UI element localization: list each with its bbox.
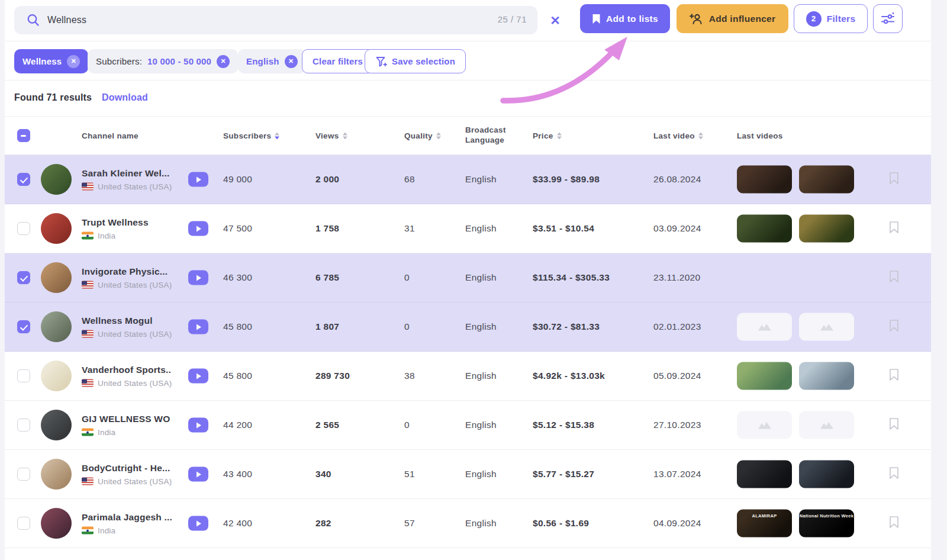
thumbs-cell: ALAMIRAPNational Nutrition Week xyxy=(737,510,854,538)
youtube-play-button[interactable] xyxy=(188,418,208,433)
channel-country: United States (USA) xyxy=(82,330,186,339)
quality-cell: 0 xyxy=(404,272,410,283)
video-thumbnail[interactable] xyxy=(799,166,854,194)
channel-name[interactable]: Parimala Jaggesh ... xyxy=(82,512,186,523)
add-person-icon xyxy=(690,13,704,25)
clear-search-icon[interactable]: ✕ xyxy=(546,11,565,30)
select-all-checkbox[interactable] xyxy=(17,129,30,142)
views-cell: 2 000 xyxy=(315,174,339,185)
add-influencer-label: Add influencer xyxy=(709,14,776,24)
youtube-play-button[interactable] xyxy=(188,221,208,236)
table-row[interactable]: Vanderhoof Sports.. United States (USA) … xyxy=(5,352,931,401)
remove-chip-icon[interactable]: ✕ xyxy=(67,55,80,68)
table-header: Channel name Subscribers Views Quality B… xyxy=(5,117,931,155)
channel-avatar[interactable] xyxy=(41,508,72,539)
video-thumbnail[interactable] xyxy=(737,215,792,243)
add-influencer-button[interactable]: Add influencer xyxy=(677,4,788,33)
channel-name[interactable]: Trupt Wellness xyxy=(82,217,186,228)
channel-avatar[interactable] xyxy=(41,164,72,195)
video-thumbnail[interactable] xyxy=(799,362,854,390)
channel-name[interactable]: Invigorate Physic... xyxy=(82,266,186,277)
youtube-play-button[interactable] xyxy=(188,467,208,482)
thumbnail-placeholder-icon xyxy=(799,411,854,439)
subscribers-cell: 42 400 xyxy=(223,518,252,529)
youtube-play-button[interactable] xyxy=(188,516,208,531)
quality-cell: 0 xyxy=(404,420,410,430)
column-subscribers[interactable]: Subscribers xyxy=(223,131,279,140)
bookmark-icon[interactable] xyxy=(889,467,899,482)
search-box[interactable]: 25 / 71 xyxy=(14,6,537,34)
bookmark-icon[interactable] xyxy=(889,418,899,433)
channel-name[interactable]: Wellness Mogul xyxy=(82,316,186,326)
bookmark-icon xyxy=(592,14,601,24)
search-input[interactable] xyxy=(47,6,462,34)
column-quality[interactable]: Quality xyxy=(404,131,441,140)
table-row[interactable]: Wellness Mogul United States (USA) 45 80… xyxy=(5,302,931,352)
table-row[interactable]: Sarah Kleiner Wel... United States (USA)… xyxy=(5,155,931,204)
sort-icon xyxy=(436,132,441,139)
bookmark-icon[interactable] xyxy=(889,271,899,285)
row-checkbox[interactable] xyxy=(17,369,30,382)
bookmark-icon[interactable] xyxy=(889,516,899,531)
filters-button[interactable]: 2 Filters xyxy=(794,4,868,33)
column-last-video[interactable]: Last video xyxy=(653,131,703,140)
settings-sliders-button[interactable] xyxy=(873,4,903,33)
table-row[interactable]: Invigorate Physic... United States (USA)… xyxy=(5,253,931,302)
channel-name[interactable]: BodyCutright - He... xyxy=(82,463,186,474)
channel-avatar[interactable] xyxy=(41,410,72,440)
clear-filters-button[interactable]: Clear filters xyxy=(302,49,373,73)
thumbs-cell xyxy=(737,166,854,194)
youtube-play-button[interactable] xyxy=(188,172,208,187)
row-checkbox[interactable] xyxy=(17,320,30,333)
channel-name[interactable]: GIJ WELLNESS WO xyxy=(82,414,186,424)
channel-name[interactable]: Vanderhoof Sports.. xyxy=(82,365,186,375)
channel-name[interactable]: Sarah Kleiner Wel... xyxy=(82,168,186,179)
funnel-plus-icon xyxy=(375,56,387,67)
row-checkbox[interactable] xyxy=(17,222,30,235)
channel-country: United States (USA) xyxy=(82,477,186,486)
video-thumbnail[interactable]: National Nutrition Week xyxy=(799,510,854,538)
table-row[interactable]: Trupt Wellness India 47 500 1 758 31 Eng… xyxy=(5,204,931,253)
channel-avatar[interactable] xyxy=(41,262,72,293)
table-row[interactable]: BodyCutright - He... United States (USA)… xyxy=(5,450,931,499)
channel-avatar[interactable] xyxy=(41,311,72,342)
add-to-lists-button[interactable]: Add to lists xyxy=(580,4,670,33)
bookmark-icon[interactable] xyxy=(889,320,899,334)
youtube-play-button[interactable] xyxy=(188,320,208,334)
country-name: United States (USA) xyxy=(98,182,172,191)
video-thumbnail[interactable] xyxy=(737,362,792,390)
video-thumbnail[interactable] xyxy=(799,215,854,243)
row-checkbox[interactable] xyxy=(17,419,30,432)
channel-avatar[interactable] xyxy=(41,213,72,244)
row-checkbox[interactable] xyxy=(17,517,30,530)
table-row[interactable]: GIJ WELLNESS WO India 44 200 2 565 0 Eng… xyxy=(5,401,931,450)
download-link[interactable]: Download xyxy=(102,92,148,103)
column-views[interactable]: Views xyxy=(315,131,347,140)
channel-country: India xyxy=(82,526,186,535)
channel-avatar[interactable] xyxy=(41,361,72,391)
channel-country: India xyxy=(82,231,186,240)
video-thumbnail[interactable] xyxy=(799,461,854,488)
remove-chip-icon[interactable]: ✕ xyxy=(217,55,230,68)
save-selection-button[interactable]: Save selection xyxy=(365,49,466,73)
youtube-play-button[interactable] xyxy=(188,369,208,384)
bookmark-icon[interactable] xyxy=(889,172,899,187)
column-price[interactable]: Price xyxy=(533,131,562,140)
subscribers-cell: 45 800 xyxy=(223,321,252,332)
video-thumbnail[interactable] xyxy=(737,166,792,194)
youtube-play-button[interactable] xyxy=(188,271,208,285)
views-cell: 1 807 xyxy=(315,321,339,332)
row-checkbox[interactable] xyxy=(17,468,30,481)
channel-avatar[interactable] xyxy=(41,459,72,490)
views-cell: 1 758 xyxy=(315,223,339,234)
bookmark-icon[interactable] xyxy=(889,369,899,384)
row-checkbox[interactable] xyxy=(17,173,30,186)
filters-label: Filters xyxy=(827,14,856,24)
remove-chip-icon[interactable]: ✕ xyxy=(285,55,298,68)
table-row[interactable]: Parimala Jaggesh ... India 42 400 282 57… xyxy=(5,499,931,548)
bookmark-icon[interactable] xyxy=(889,221,899,236)
video-thumbnail[interactable]: ALAMIRAP xyxy=(737,510,792,538)
column-channel-name: Channel name xyxy=(82,131,186,140)
video-thumbnail[interactable] xyxy=(737,461,792,488)
row-checkbox[interactable] xyxy=(17,271,30,284)
